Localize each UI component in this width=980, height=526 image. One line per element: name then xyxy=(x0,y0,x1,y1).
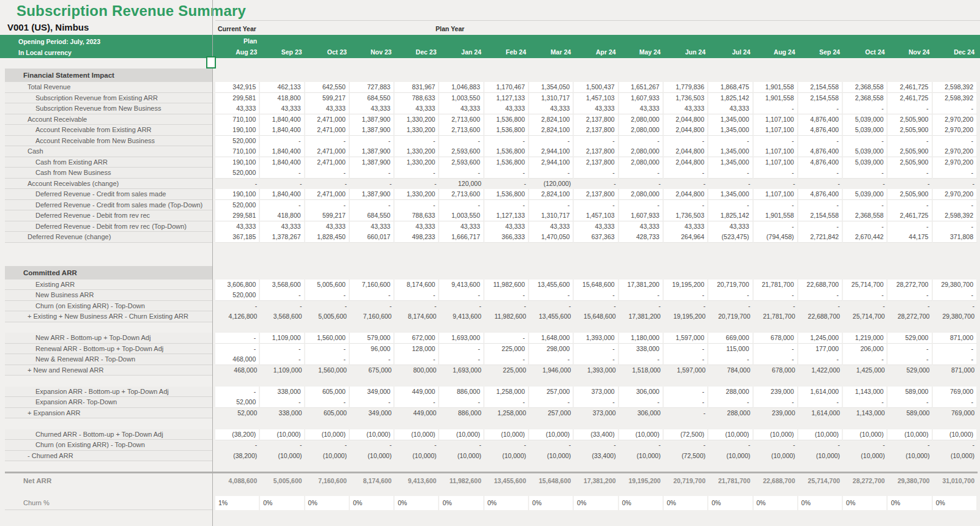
table-cell[interactable]: 29,380,700 xyxy=(933,280,978,291)
table-cell[interactable]: 2,824,100 xyxy=(529,114,574,125)
table-cell[interactable]: 2,505,900 xyxy=(888,189,932,200)
table-cell[interactable]: 15,648,600 xyxy=(529,473,574,489)
table-cell[interactable]: 11,982,600 xyxy=(484,280,529,291)
table-cell[interactable]: 21,781,700 xyxy=(754,311,798,322)
table-cell[interactable]: - xyxy=(888,103,932,114)
table-cell[interactable]: 2,368,558 xyxy=(843,82,888,93)
table-cell[interactable]: 43,333 xyxy=(484,103,529,114)
table-cell[interactable]: - xyxy=(619,354,664,365)
table-cell[interactable]: 0% xyxy=(708,496,753,510)
table-cell[interactable]: 9,413,600 xyxy=(439,311,484,322)
table-cell[interactable]: (10,000) xyxy=(305,451,350,462)
table-cell[interactable]: - xyxy=(305,344,350,355)
table-cell[interactable]: - xyxy=(888,200,932,211)
table-cell[interactable]: 1,003,550 xyxy=(439,93,484,104)
table-cell[interactable]: - xyxy=(933,200,978,211)
table-cell[interactable]: (38,200) xyxy=(215,429,260,440)
table-cell[interactable]: 43,333 xyxy=(350,103,395,114)
table-cell[interactable]: - xyxy=(439,440,484,451)
table-cell[interactable]: 299,581 xyxy=(215,93,260,104)
table-cell[interactable]: 17,381,200 xyxy=(619,280,664,291)
table-cell[interactable]: 2,471,000 xyxy=(305,125,350,136)
table-cell[interactable]: 678,000 xyxy=(754,365,798,376)
table-cell[interactable]: 1,143,000 xyxy=(843,387,888,398)
table-cell[interactable]: - xyxy=(888,290,932,301)
table-cell[interactable]: - xyxy=(888,440,932,451)
table-cell[interactable]: 1,518,000 xyxy=(619,365,664,376)
table-cell[interactable]: 0% xyxy=(843,496,888,510)
table-cell[interactable]: 2,944,100 xyxy=(529,157,574,168)
table-cell[interactable]: - xyxy=(933,301,978,312)
row-label[interactable]: Existing ARR xyxy=(5,280,212,291)
table-cell[interactable]: - xyxy=(843,290,888,301)
table-cell[interactable]: 1,393,000 xyxy=(574,365,618,376)
table-cell[interactable]: (10,000) xyxy=(529,451,574,462)
table-cell[interactable]: 871,000 xyxy=(933,365,978,376)
table-cell[interactable]: - xyxy=(484,301,529,312)
table-cell[interactable]: (10,000) xyxy=(708,451,753,462)
table-cell[interactable]: 43,333 xyxy=(350,221,395,232)
table-cell[interactable]: 5,039,000 xyxy=(843,157,888,168)
table-cell[interactable]: 520,000 xyxy=(215,136,260,147)
table-cell[interactable]: 498,233 xyxy=(395,232,439,243)
table-cell[interactable]: 2,598,392 xyxy=(933,82,978,93)
table-cell[interactable]: - xyxy=(395,354,439,365)
table-cell[interactable]: 2,471,000 xyxy=(305,157,350,168)
table-cell[interactable]: 2,154,558 xyxy=(798,82,843,93)
table-cell[interactable]: 1,387,900 xyxy=(350,157,395,168)
table-cell[interactable]: (10,000) xyxy=(843,451,888,462)
table-cell[interactable]: - xyxy=(215,387,260,398)
table-cell[interactable]: 43,333 xyxy=(619,221,664,232)
table-cell[interactable]: 43,333 xyxy=(664,103,708,114)
table-cell[interactable]: 0% xyxy=(305,496,350,510)
table-cell[interactable]: - xyxy=(260,290,305,301)
table-cell[interactable]: (10,000) xyxy=(798,451,843,462)
month-header-cell[interactable]: Jan 24 xyxy=(439,47,484,58)
table-cell[interactable]: - xyxy=(619,440,664,451)
table-cell[interactable]: 4,088,600 xyxy=(215,473,260,489)
table-cell[interactable]: 5,005,600 xyxy=(260,473,305,489)
table-cell[interactable]: 2,598,392 xyxy=(933,210,978,221)
table-cell[interactable]: 1,457,103 xyxy=(574,210,618,221)
table-cell[interactable]: (10,000) xyxy=(350,429,395,440)
table-cell[interactable]: 605,000 xyxy=(305,408,350,419)
table-cell[interactable]: 418,800 xyxy=(260,210,305,221)
table-cell[interactable]: - xyxy=(215,301,260,312)
table-cell[interactable]: 4,876,400 xyxy=(798,189,843,200)
table-cell[interactable]: 177,000 xyxy=(798,344,843,355)
table-cell[interactable]: - xyxy=(798,168,843,179)
table-cell[interactable]: - xyxy=(350,290,395,301)
table-cell[interactable]: 298,000 xyxy=(529,344,574,355)
table-cell[interactable]: 2,154,558 xyxy=(798,93,843,104)
table-cell[interactable]: 1,258,000 xyxy=(484,387,529,398)
table-cell[interactable]: 1,457,103 xyxy=(574,93,618,104)
table-cell[interactable]: - xyxy=(798,440,843,451)
table-cell[interactable]: - xyxy=(664,344,708,355)
table-cell[interactable]: 1,693,000 xyxy=(439,365,484,376)
table-cell[interactable]: - xyxy=(529,397,574,408)
table-cell[interactable]: 28,272,700 xyxy=(888,311,932,322)
table-cell[interactable]: 2,970,200 xyxy=(933,114,978,125)
table-cell[interactable]: - xyxy=(754,290,798,301)
table-cell[interactable]: - xyxy=(933,179,978,190)
table-cell[interactable]: - xyxy=(619,200,664,211)
row-label[interactable]: Cash xyxy=(5,146,212,157)
table-cell[interactable]: 1,345,000 xyxy=(708,157,753,168)
table-cell[interactable]: - xyxy=(439,290,484,301)
table-cell[interactable]: 1,387,900 xyxy=(350,189,395,200)
table-cell[interactable]: - xyxy=(754,103,798,114)
table-cell[interactable]: - xyxy=(933,103,978,114)
table-cell[interactable]: 338,000 xyxy=(619,344,664,355)
table-cell[interactable]: 4,876,400 xyxy=(798,125,843,136)
table-cell[interactable]: 43,333 xyxy=(439,221,484,232)
table-cell[interactable]: (10,000) xyxy=(305,429,350,440)
table-cell[interactable]: - xyxy=(933,168,978,179)
table-cell[interactable]: - xyxy=(439,168,484,179)
table-cell[interactable]: - xyxy=(574,179,618,190)
table-cell[interactable]: 1,107,100 xyxy=(754,189,798,200)
table-cell[interactable]: (10,000) xyxy=(843,429,888,440)
table-cell[interactable]: - xyxy=(843,301,888,312)
month-header-cell[interactable]: Aug 24 xyxy=(754,47,798,58)
table-cell[interactable]: 1,840,400 xyxy=(260,189,305,200)
table-cell[interactable]: - xyxy=(933,344,978,355)
